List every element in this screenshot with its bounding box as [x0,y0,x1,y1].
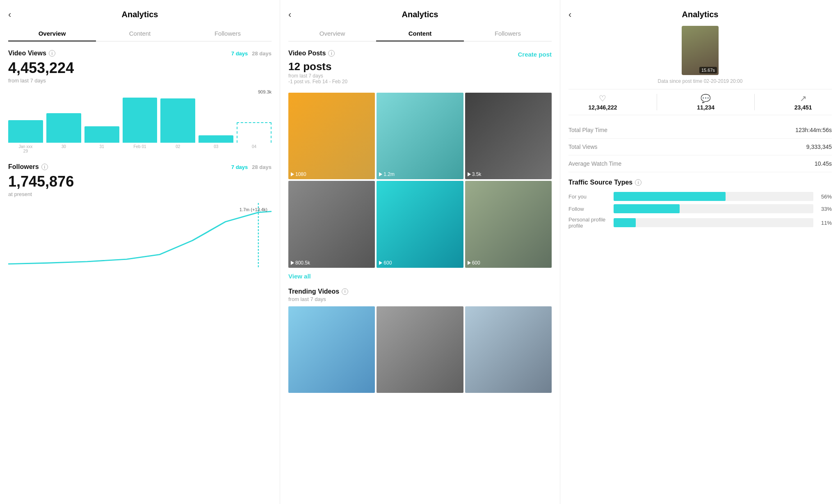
followers-period-buttons: 7 days 28 days [231,164,272,170]
play-icon-2 [379,172,382,176]
followers-line-chart: 1.7m (+13.4k) [8,203,272,269]
play-icon-4 [291,261,294,265]
stats-row: ♡ 12,346,222 💬 11,234 ↗ 23,451 [568,89,832,115]
video-views-label: Video Views [8,50,46,57]
content-back-button[interactable]: ‹ [288,9,291,20]
bar-col-2 [84,126,119,143]
line-chart-peak-label: 1.7m (+13.4k) [240,207,267,212]
trending-thumb-1[interactable] [288,306,375,393]
bar-2 [84,126,119,143]
content-title: Analytics [402,10,438,19]
video-views-28days-button[interactable]: 28 days [252,50,272,57]
tab-overview[interactable]: Overview [8,26,96,41]
trending-thumb-2[interactable] [377,306,463,393]
video-thumb-2[interactable]: 1.2m [377,93,463,179]
video-thumb-3[interactable]: 3.5k [465,93,552,179]
traffic-pct-personal-profile: 11% [817,220,832,226]
video-posts-info-icon[interactable]: i [328,50,335,57]
video-count-4-label: 800.5k [295,260,310,266]
followers-label: Followers [8,163,39,171]
metric-avg-watch-time: Average Watch Time 10.45s [568,155,832,172]
bar-chart-inner [8,89,272,143]
stat-comments: 💬 11,234 [697,94,714,111]
traffic-row-follow: Follow 33% [568,204,832,213]
followers-info-icon[interactable]: i [41,164,48,170]
detail-back-button[interactable]: ‹ [568,9,571,20]
bar-label-2: 31 [84,144,119,153]
video-thumb-1[interactable]: 1080 [288,93,375,179]
detail-preview-row: 15.67s [568,26,832,77]
video-views-7days-button[interactable]: 7 days [231,50,248,57]
data-since-label: Data since post time 02-20-2019 20:00 [568,78,832,84]
traffic-sources-section: Traffic Source Types i For you 56% Follo… [568,179,832,229]
bar-chart-peak-label: 909.3k [258,89,272,94]
traffic-bar-wrap-for-you [614,192,813,201]
metric-views-value: 9,333,345 [806,144,832,150]
content-tab-followers[interactable]: Followers [464,26,552,41]
bar-4 [160,98,195,143]
trending-thumb-3[interactable] [465,306,552,393]
traffic-sources-label-text: Traffic Source Types [568,179,632,186]
stat-shares-value: 23,451 [794,104,812,111]
video-views-period-buttons: 7 days 28 days [231,50,272,57]
followers-7days-button[interactable]: 7 days [231,164,248,170]
video-thumb-5[interactable]: 600 [377,181,463,267]
bar-label-6: 04 [237,144,272,153]
traffic-label-personal-profile: Personal profile profile [568,217,609,229]
panel-detail: ‹ Analytics 15.67s Data since post time … [560,0,840,504]
line-chart-svg [8,203,272,269]
heart-icon: ♡ [599,94,606,103]
followers-28days-button[interactable]: 28 days [252,164,272,170]
video-thumb-6[interactable]: 600 [465,181,552,267]
stat-shares: ↗ 23,451 [794,94,812,111]
video-posts-label-text: Video Posts [288,50,326,57]
bar-1 [46,113,81,143]
bar-col-1 [46,113,81,143]
overview-tabs: Overview Content Followers [8,26,272,41]
followers-section-label: Followers i 7 days 28 days [8,163,272,171]
overview-back-button[interactable]: ‹ [8,9,11,20]
content-tab-overview[interactable]: Overview [288,26,376,41]
bar-label-0: Jan xxx29 [8,144,43,153]
content-tab-content[interactable]: Content [376,26,464,41]
traffic-bar-personal-profile [614,218,636,227]
video-count-2-label: 1.2m [383,171,395,177]
posts-meta: from last 7 days -1 post vs. Feb 14 - Fe… [288,73,552,84]
traffic-pct-follow: 33% [817,206,832,212]
play-icon-3 [468,172,471,176]
detail-title: Analytics [682,10,719,19]
bar-col-5 [199,135,233,143]
view-all-button[interactable]: View all [288,273,311,280]
tab-content[interactable]: Content [96,26,184,41]
followers-sublabel: at present [8,191,272,197]
bar-axis-labels: Jan xxx29 30 31 Feb 01 02 03 04 [8,144,272,153]
traffic-info-icon[interactable]: i [635,179,641,186]
main-container: ‹ Analytics Overview Content Followers V… [0,0,840,504]
bar-col-4 [160,98,195,143]
bar-label-5: 03 [199,144,233,153]
metric-total-play-time: Total Play Time 123h:44m:56s [568,122,832,139]
traffic-bar-for-you [614,192,726,201]
traffic-row-for-you: For you 56% [568,192,832,201]
overview-title: Analytics [122,10,158,19]
trending-info-icon[interactable]: i [342,288,348,295]
traffic-pct-for-you: 56% [817,194,832,200]
bar-5 [199,135,233,143]
tab-followers[interactable]: Followers [184,26,272,41]
detail-video-thumb[interactable]: 15.67s [682,26,719,75]
video-views-info-icon[interactable]: i [49,50,55,57]
bar-label-4: 02 [160,144,195,153]
bar-label-3: Feb 01 [123,144,158,153]
trending-videos-label-text: Trending Videos [288,288,339,295]
metric-watch-time-label: Average Watch Time [568,160,621,167]
video-grid: 1080 1.2m 3.5k 800.5k [288,93,552,268]
bar-3 [123,98,158,143]
stat-likes-value: 12,346,222 [588,104,617,111]
content-header: ‹ Analytics [288,10,552,19]
create-post-button[interactable]: Create post [518,51,552,58]
followers-value: 1,745,876 [8,173,272,190]
trending-sublabel: from last 7 days [288,296,552,302]
video-thumb-4[interactable]: 800.5k [288,181,375,267]
panel-content: ‹ Analytics Overview Content Followers V… [280,0,560,504]
trending-videos-label: Trending Videos i [288,288,552,295]
